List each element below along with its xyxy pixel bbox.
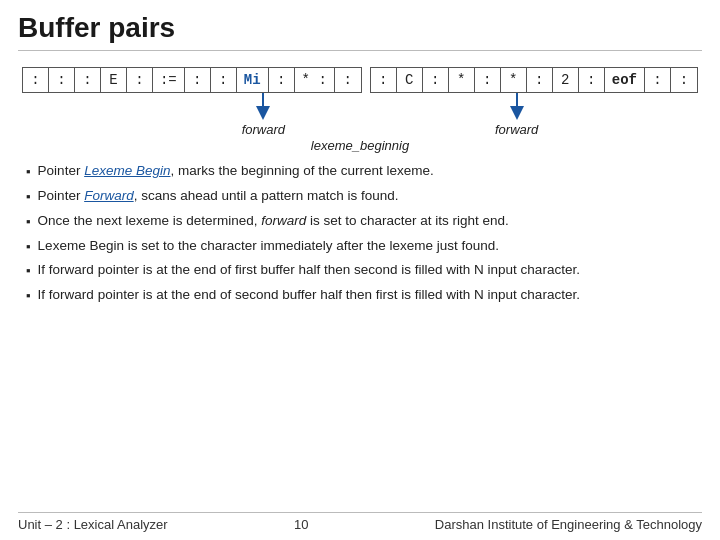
cell-9: : xyxy=(269,68,295,92)
cell-r11: : xyxy=(671,68,697,92)
forward-arrow-left xyxy=(254,93,272,121)
bullet-icon: ▪ xyxy=(26,287,31,306)
bullet-text-2: Pointer Forward, scans ahead until a pat… xyxy=(38,186,399,206)
cell-11: : xyxy=(335,68,361,92)
list-item: ▪ Once the next lexeme is determined, fo… xyxy=(26,211,702,232)
cell-r3: : xyxy=(423,68,449,92)
cell-4: E xyxy=(101,68,127,92)
cell-8: : xyxy=(211,68,237,92)
cell-r8: 2 xyxy=(553,68,579,92)
bullet-icon: ▪ xyxy=(26,238,31,257)
forward-label-left: forward xyxy=(242,122,285,137)
bullet-icon: ▪ xyxy=(26,262,31,281)
footer-left: Unit – 2 : Lexical Analyzer xyxy=(18,517,168,532)
cell-r9: : xyxy=(579,68,605,92)
bullet-text-3: Once the next lexeme is determined, forw… xyxy=(38,211,509,231)
cell-2: : xyxy=(49,68,75,92)
cell-6: := xyxy=(153,68,185,92)
list-item: ▪ Pointer Forward, scans ahead until a p… xyxy=(26,186,702,207)
cell-r5: : xyxy=(475,68,501,92)
footer-right: Darshan Institute of Engineering & Techn… xyxy=(435,517,702,532)
buffer-box-row: : : : E : := : : Mi : * : : : C : xyxy=(22,67,698,93)
bullet-icon: ▪ xyxy=(26,213,31,232)
cell-mi: Mi xyxy=(237,68,269,92)
cell-r1: : xyxy=(371,68,397,92)
cell-r4: * xyxy=(449,68,475,92)
list-item: ▪ Lexeme Begin is set to the character i… xyxy=(26,236,702,257)
cell-eof: eof xyxy=(605,68,645,92)
page-title: Buffer pairs xyxy=(18,12,702,51)
cell-r6: * xyxy=(501,68,527,92)
cell-10: * : xyxy=(295,68,335,92)
forward-label-right: forward xyxy=(495,122,538,137)
cell-7: : xyxy=(185,68,211,92)
bullet-text-4: Lexeme Begin is set to the character imm… xyxy=(38,236,500,256)
cell-r2: C xyxy=(397,68,423,92)
bullet-text-5: If forward pointer is at the end of firs… xyxy=(38,260,580,280)
bullet-text-6: If forward pointer is at the end of seco… xyxy=(38,285,580,305)
list-item: ▪ If forward pointer is at the end of fi… xyxy=(26,260,702,281)
footer: Unit – 2 : Lexical Analyzer 10 Darshan I… xyxy=(18,512,702,532)
forward-link: Forward xyxy=(84,188,134,203)
bullet-icon: ▪ xyxy=(26,163,31,182)
lexeme-begin-link: Lexeme Begin xyxy=(84,163,170,178)
cell-5: : xyxy=(127,68,153,92)
bullet-list: ▪ Pointer Lexeme Begin, marks the beginn… xyxy=(26,161,702,512)
cell-r7: : xyxy=(527,68,553,92)
buffer-right: : C : * : * : 2 : eof : : xyxy=(370,67,698,93)
forward-italic: forward xyxy=(261,213,306,228)
list-item: ▪ If forward pointer is at the end of se… xyxy=(26,285,702,306)
cell-1: : xyxy=(23,68,49,92)
cell-3: : xyxy=(75,68,101,92)
buffer-left: : : : E : := : : Mi : * : : xyxy=(22,67,362,93)
forward-arrow-right xyxy=(508,93,526,121)
page: Buffer pairs : : : E : := : : Mi : * : : xyxy=(0,0,720,540)
buffer-diagram: : : : E : := : : Mi : * : : : C : xyxy=(18,67,702,159)
bullet-icon: ▪ xyxy=(26,188,31,207)
lexeme-label: lexeme_beginnig xyxy=(311,138,409,153)
bullet-text-1: Pointer Lexeme Begin, marks the beginnin… xyxy=(38,161,434,181)
list-item: ▪ Pointer Lexeme Begin, marks the beginn… xyxy=(26,161,702,182)
footer-center: 10 xyxy=(294,517,308,532)
cell-r10: : xyxy=(645,68,671,92)
